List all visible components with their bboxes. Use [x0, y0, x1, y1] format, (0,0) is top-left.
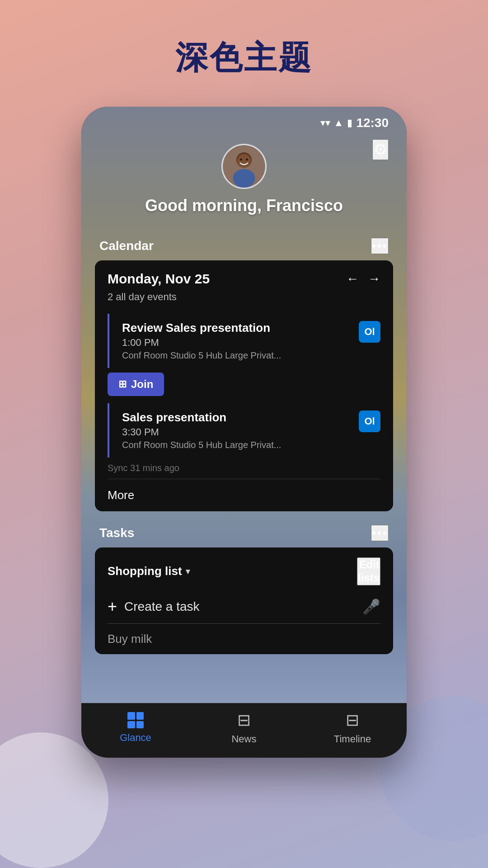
calendar-section-title: Calendar	[99, 239, 154, 253]
bottom-nav: Glance ⊟ News ⊟ Timeline	[81, 703, 407, 758]
event-time-1: 1:00 PM	[122, 337, 352, 349]
event-time-2: 3:30 PM	[122, 426, 352, 438]
teams-icon: ⊞	[118, 378, 127, 390]
nav-item-timeline[interactable]: ⊟ Timeline	[316, 711, 389, 745]
timeline-icon: ⊟	[346, 711, 359, 730]
wifi-icon: ▾▾	[320, 117, 330, 129]
join-button[interactable]: ⊞ Join	[108, 373, 164, 396]
glance-icon	[127, 712, 144, 728]
nav-news-label: News	[231, 733, 256, 745]
battery-icon: ▮	[347, 117, 352, 129]
tasks-section-header: Tasks •••	[95, 516, 393, 547]
event-app-icon-2: Ol	[359, 410, 380, 432]
calendar-date-bar: Monday, Nov 25 ← →	[95, 260, 393, 291]
shopping-list-label: Shopping list	[108, 564, 182, 578]
page-title: 深色主题	[175, 36, 313, 80]
create-task-row[interactable]: + Create a task 🎤	[95, 590, 393, 623]
settings-button[interactable]: ⚙	[372, 139, 389, 160]
join-label: Join	[131, 378, 153, 391]
calendar-section-header: Calendar •••	[95, 229, 393, 260]
tasks-more-button[interactable]: •••	[371, 525, 389, 541]
signal-icon: ▲	[334, 117, 344, 129]
svg-point-4	[240, 159, 242, 161]
glance-square-1	[127, 712, 135, 720]
event-content-1: Review Sales presentation 1:00 PM Conf R…	[122, 321, 352, 361]
glance-square-3	[127, 721, 135, 729]
nav-item-glance[interactable]: Glance	[99, 712, 172, 744]
calendar-prev-button[interactable]: ←	[346, 272, 359, 286]
glance-square-2	[136, 712, 144, 720]
phone-frame: ▾▾ ▲ ▮ 12:30 ⚙	[81, 107, 407, 758]
calendar-date: Monday, Nov 25	[108, 271, 210, 287]
event-title-1: Review Sales presentation	[122, 321, 352, 335]
tasks-card: Shopping list ▾ Editlists + Create a tas…	[95, 547, 393, 654]
event-app-icon-1: Ol	[359, 321, 380, 343]
avatar	[221, 144, 267, 189]
news-icon: ⊟	[237, 711, 251, 730]
nav-timeline-label: Timeline	[334, 733, 371, 745]
plus-icon: +	[108, 597, 117, 616]
tasks-section-title: Tasks	[99, 526, 134, 540]
all-day-events-count: 2 all day events	[95, 291, 393, 310]
phone-content: Calendar ••• Monday, Nov 25 ← → 2 all da…	[81, 229, 407, 654]
svg-point-2	[233, 169, 255, 188]
dropdown-arrow-icon: ▾	[186, 566, 190, 576]
event-item-2: Sales presentation 3:30 PM Conf Room Stu…	[108, 403, 393, 458]
status-time: 12:30	[356, 116, 389, 130]
calendar-more-link[interactable]: More	[95, 479, 393, 511]
calendar-card: Monday, Nov 25 ← → 2 all day events Revi…	[95, 260, 393, 511]
event-content-2: Sales presentation 3:30 PM Conf Room Stu…	[122, 410, 352, 450]
calendar-more-button[interactable]: •••	[371, 238, 389, 254]
edit-lists-button[interactable]: Editlists	[357, 557, 380, 585]
calendar-next-button[interactable]: →	[368, 272, 380, 286]
buy-milk-task[interactable]: Buy milk	[95, 624, 393, 654]
event-location-1: Conf Room Studio 5 Hub Large Privat...	[122, 350, 352, 361]
svg-point-5	[246, 159, 248, 161]
sync-text: Sync 31 mins ago	[95, 461, 393, 479]
calendar-nav: ← →	[346, 272, 380, 286]
create-task-text: Create a task	[124, 599, 355, 614]
svg-point-3	[237, 154, 251, 168]
phone-header: ⚙ Good morning, Francisco	[81, 135, 407, 229]
microphone-icon[interactable]: 🎤	[362, 598, 380, 615]
glance-square-4	[136, 721, 144, 729]
status-icons: ▾▾ ▲ ▮ 12:30	[320, 116, 389, 130]
event-location-2: Conf Room Studio 5 Hub Large Privat...	[122, 440, 352, 450]
status-bar: ▾▾ ▲ ▮ 12:30	[81, 107, 407, 135]
tasks-card-header: Shopping list ▾ Editlists	[95, 547, 393, 590]
nav-item-news[interactable]: ⊟ News	[208, 711, 280, 745]
greeting-text: Good morning, Francisco	[145, 196, 343, 215]
event-item-1: Review Sales presentation 1:00 PM Conf R…	[108, 314, 393, 368]
buy-milk-label: Buy milk	[108, 632, 152, 646]
shopping-list-selector[interactable]: Shopping list ▾	[108, 564, 190, 578]
event-title-2: Sales presentation	[122, 410, 352, 425]
nav-glance-label: Glance	[120, 732, 151, 744]
